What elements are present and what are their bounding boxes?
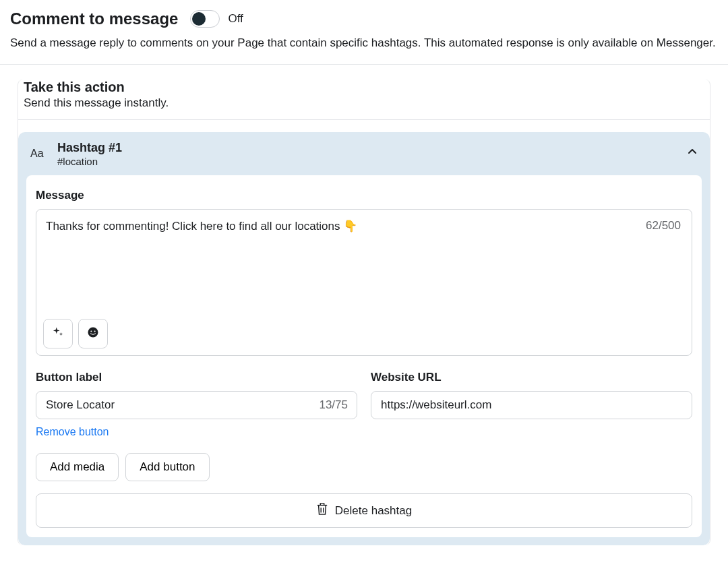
delete-hashtag-label: Delete hashtag (335, 504, 412, 518)
svg-point-0 (88, 327, 98, 337)
toggle-state-label: Off (228, 12, 243, 26)
add-buttons-row: Add media Add button (36, 453, 692, 481)
toggle-knob (192, 12, 206, 26)
hashtag-titles: Hashtag #1 #location (57, 140, 687, 167)
content: Take this action Send this message insta… (0, 65, 728, 561)
action-title: Take this action (24, 80, 704, 95)
toggle-container: Off (190, 10, 243, 28)
page-description: Send a message reply to comments on your… (10, 35, 718, 52)
website-url-col: Website URL (371, 371, 692, 438)
trash-icon (316, 502, 328, 519)
button-label-input[interactable] (36, 391, 357, 419)
emoji-button[interactable] (78, 319, 108, 348)
hashtag-title: Hashtag #1 (57, 140, 687, 156)
message-tools (43, 319, 108, 348)
message-text: Thanks for commenting! Click here to fin… (46, 219, 682, 233)
hashtag-panel: Aa Hashtag #1 #location Message Thanks f… (18, 132, 710, 545)
button-label-heading: Button label (36, 371, 357, 384)
chevron-up-icon (687, 146, 698, 160)
feature-toggle[interactable] (190, 10, 220, 28)
action-header: Take this action Send this message insta… (18, 80, 710, 120)
text-aa-icon: Aa (30, 148, 57, 160)
page-header: Comment to message Off Send a message re… (0, 0, 728, 65)
add-media-button[interactable]: Add media (36, 453, 119, 481)
button-label-col: Button label 13/75 Remove button (36, 371, 357, 438)
action-subtitle: Send this message instantly. (24, 96, 704, 110)
add-button-button[interactable]: Add button (125, 453, 209, 481)
message-label: Message (36, 189, 692, 202)
svg-point-1 (90, 330, 92, 332)
page-title: Comment to message (10, 9, 178, 28)
sparkle-button[interactable] (43, 319, 73, 348)
action-section: Take this action Send this message insta… (18, 80, 710, 545)
delete-hashtag-button[interactable]: Delete hashtag (36, 493, 692, 528)
hashtag-value: #location (57, 156, 687, 167)
message-char-count: 62/500 (646, 219, 681, 233)
svg-point-2 (94, 330, 96, 332)
remove-button-link[interactable]: Remove button (36, 426, 109, 438)
button-url-row: Button label 13/75 Remove button Website… (36, 371, 692, 438)
hashtag-header[interactable]: Aa Hashtag #1 #location (18, 132, 710, 175)
emoji-icon (87, 326, 99, 342)
button-label-count: 13/75 (319, 398, 348, 412)
message-textarea[interactable]: Thanks for commenting! Click here to fin… (36, 209, 692, 356)
sparkle-icon (52, 326, 64, 342)
website-url-heading: Website URL (371, 371, 692, 384)
website-url-input[interactable] (371, 391, 692, 419)
hashtag-body: Message Thanks for commenting! Click her… (26, 175, 702, 537)
